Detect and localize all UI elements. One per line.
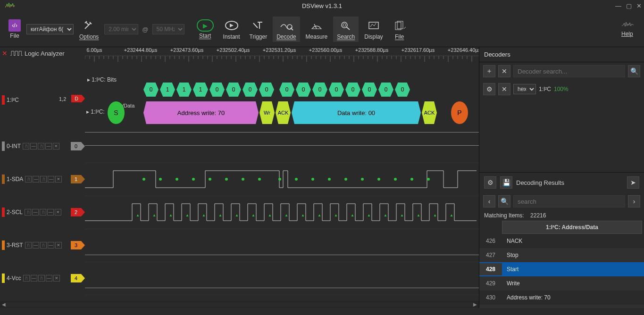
decoder-tag[interactable]: D — [71, 95, 82, 102]
start-button[interactable]: ▶ Start — [193, 17, 217, 41]
channel-tag[interactable]: 2 — [71, 208, 81, 216]
search-label: Search — [337, 33, 355, 40]
search-button[interactable]: Search — [333, 17, 359, 42]
decoder-search-input[interactable] — [513, 65, 625, 77]
result-row[interactable]: 431ACK — [479, 305, 644, 308]
sample-dot — [209, 178, 211, 181]
clock-edge-icon: ▲ — [400, 213, 404, 217]
result-index: 429 — [479, 277, 502, 290]
decode-icon — [279, 18, 293, 33]
channel-color-bar — [2, 207, 5, 217]
bit-value: 0 — [312, 83, 327, 97]
display-label: Display — [364, 33, 383, 40]
result-row[interactable]: 427Stop — [479, 248, 644, 262]
instant-label: Instant — [223, 33, 240, 40]
bit-value: 0 — [378, 83, 393, 97]
device-select[interactable]: китАйфон 6(S) — [26, 24, 74, 34]
help-label[interactable]: Help — [621, 31, 635, 37]
trigger-icons[interactable]: ⎍—⎍—✕ — [25, 209, 61, 216]
clock-edge-icon: ▲ — [235, 213, 239, 217]
horizontal-scrollbar[interactable]: ◀ ▶ — [0, 301, 479, 308]
trigger-icons[interactable]: ⎍—⎍—✕ — [23, 143, 59, 149]
display-button[interactable]: Display — [360, 17, 386, 42]
results-next-button[interactable]: › — [628, 195, 640, 207]
file-export-button[interactable]: File — [389, 17, 410, 42]
result-row[interactable]: 426NACK — [479, 234, 644, 248]
waveform-canvas[interactable]: ✕ ⎍⎍⎍ Logic Analyzer 6.00µs+232444.80µs+… — [0, 47, 479, 308]
result-row[interactable]: 430Address write: 70 — [479, 290, 644, 305]
data-block: Data write: 00 — [292, 101, 421, 124]
channel-tag[interactable]: 0 — [71, 142, 81, 150]
display-icon — [367, 18, 381, 33]
minimize-icon[interactable]: — — [615, 2, 621, 9]
result-row[interactable]: 428Start — [479, 262, 644, 276]
wave-mini-icon — [621, 21, 635, 31]
ruler-tick-label: +232617.60µs — [401, 47, 435, 53]
ruler-tick-label: +232502.40µs — [217, 47, 250, 53]
sample-dot — [258, 178, 261, 181]
clock-edge-icon: ▲ — [169, 213, 173, 217]
channel-name: 4-Vcc — [7, 275, 21, 282]
channel-tag[interactable]: 3 — [71, 241, 81, 249]
ruler-tick-label: 6.00µs — [86, 47, 102, 53]
format-select[interactable]: hex — [513, 84, 536, 94]
channel-tag[interactable]: 1 — [71, 175, 81, 183]
results-prev-button[interactable]: ‹ — [483, 195, 495, 207]
decoder-color-bar — [2, 95, 5, 105]
file-label: File — [10, 33, 19, 39]
results-save-button[interactable]: 💾 — [500, 176, 512, 189]
clock-edge-icon: ▲ — [367, 213, 371, 217]
trigger-icons[interactable]: ⎍—⎍—✕ — [23, 275, 60, 282]
sample-dot — [295, 178, 298, 181]
remove-decoder-button[interactable]: ✕ — [498, 65, 510, 77]
file-icon: ‹/› — [8, 19, 21, 32]
results-search-input[interactable] — [513, 195, 625, 207]
clock-edge-icon: ▲ — [301, 213, 305, 217]
trigger-button[interactable]: Trigger — [246, 17, 271, 42]
measure-button[interactable]: Measure — [302, 17, 332, 42]
bit-value: 0 — [226, 83, 241, 97]
file-menu[interactable]: ‹/› File — [5, 17, 25, 41]
trigger-icons[interactable]: ⎍—⎍—✕ — [25, 176, 62, 182]
result-value: Address write: 70 — [502, 294, 644, 301]
sample-dot — [344, 178, 347, 181]
scroll-right-icon[interactable]: ▶ — [473, 302, 477, 307]
measure-icon — [309, 18, 324, 33]
channel-name: 0-INT — [7, 143, 21, 149]
maximize-icon[interactable]: ▢ — [626, 2, 632, 9]
trigger-icons[interactable]: ⎍—⎍—✕ — [25, 242, 62, 249]
decoder-pins: 1,2 — [59, 96, 66, 102]
bit-value: 0 — [395, 83, 410, 97]
scroll-left-icon[interactable]: ◀ — [2, 302, 6, 307]
results-column-header[interactable]: 1:I²C: Address/Data — [502, 221, 642, 234]
mode-label: Logic Analyzer — [25, 50, 65, 57]
ruler-tick-label: +232531.20µs — [263, 47, 296, 53]
channel-name: 3-RST — [7, 242, 23, 249]
ruler-tick-label: +232560.00µs — [309, 47, 342, 53]
decoder-name: 1:I²C — [7, 97, 19, 103]
trigger-label: Trigger — [250, 33, 268, 40]
bit-value: 1 — [176, 83, 192, 97]
results-locate-button[interactable]: ➤ — [627, 176, 639, 189]
duration-select[interactable]: 2.00 min — [104, 24, 138, 34]
samplerate-select[interactable]: 50 MHz — [152, 24, 184, 34]
decode-button[interactable]: Decode — [273, 17, 300, 42]
close-mode-icon[interactable]: ✕ — [2, 50, 8, 57]
close-icon[interactable]: ✕ — [636, 2, 642, 9]
clock-edge-icon: ▲ — [284, 213, 288, 217]
results-search-icon[interactable]: 🔍 — [498, 195, 510, 207]
options-menu[interactable]: Options — [75, 17, 102, 42]
results-settings-button[interactable]: ⚙ — [484, 176, 496, 189]
stop-marker: P — [451, 101, 468, 124]
decoder-delete-button[interactable]: ✕ — [498, 83, 510, 95]
search-decoder-icon[interactable]: 🔍 — [628, 65, 640, 77]
add-decoder-button[interactable]: ＋ — [483, 65, 495, 77]
results-list[interactable]: 426NACK427Stop428Start429Write430Address… — [479, 234, 644, 308]
channel-tag[interactable]: 4 — [71, 274, 81, 282]
decoders-title: Decoders — [479, 47, 644, 62]
instant-button[interactable]: Instant — [219, 17, 244, 42]
decoder-settings-button[interactable]: ⚙ — [483, 83, 495, 95]
sample-dot — [142, 178, 145, 181]
sample-dot — [159, 178, 162, 181]
result-row[interactable]: 429Write — [479, 276, 644, 290]
